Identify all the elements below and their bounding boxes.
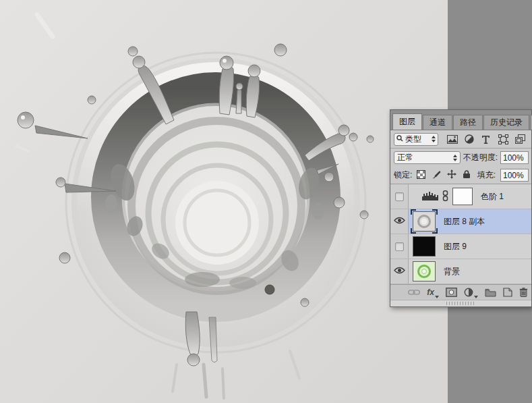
caret-down-icon xyxy=(474,296,478,298)
tab-layers[interactable]: 图层 xyxy=(392,113,422,130)
filter-kind-select[interactable]: 类型 xyxy=(394,133,438,146)
lock-transparency-icon[interactable] xyxy=(417,170,425,181)
tab-history[interactable]: 历史记录 xyxy=(483,115,529,130)
visibility-toggle[interactable] xyxy=(390,234,409,259)
selection-corner xyxy=(411,228,416,234)
fx-label: fx xyxy=(427,288,434,297)
opacity-label: 不透明度: xyxy=(463,152,498,163)
layer-filter-row: 类型 xyxy=(390,130,531,149)
panel-resize-grip[interactable] xyxy=(446,302,476,305)
layer-name: 色阶 1 xyxy=(481,191,504,203)
water-splash-photo xyxy=(0,0,448,403)
lock-all-icon[interactable] xyxy=(463,169,471,181)
new-adjustment-layer-icon[interactable] xyxy=(464,286,478,298)
visibility-off-box xyxy=(395,192,404,201)
blend-mode-select[interactable]: 正常 xyxy=(394,151,461,164)
layer-row-background[interactable]: 背景 xyxy=(390,259,531,284)
eye-icon xyxy=(394,217,405,226)
layers-panel: 图层 通道 路径 历史记录 动作 类型 xyxy=(390,109,532,307)
link-layers-icon[interactable] xyxy=(408,286,420,298)
blend-mode-row: 正常 不透明度: 100% xyxy=(390,149,531,167)
shape-filter-icon[interactable] xyxy=(498,134,509,145)
updown-arrows-icon xyxy=(453,155,457,161)
add-layer-mask-icon[interactable] xyxy=(446,286,457,298)
eye-icon xyxy=(394,267,405,276)
tab-channels[interactable]: 通道 xyxy=(423,115,452,130)
layer-thumbnail[interactable] xyxy=(413,261,436,281)
fill-value: 100% xyxy=(503,171,524,180)
layer-name: 图层 9 xyxy=(444,241,467,252)
tab-paths[interactable]: 路径 xyxy=(453,115,483,130)
selection-corner xyxy=(432,209,438,215)
layer-thumbnail-selected[interactable] xyxy=(413,211,436,232)
smart-object-filter-icon[interactable] xyxy=(514,134,526,145)
visibility-toggle[interactable] xyxy=(390,259,409,284)
lock-position-icon[interactable] xyxy=(447,169,456,181)
layer-mask-thumbnail[interactable] xyxy=(452,188,473,205)
layer-name: 背景 xyxy=(444,266,460,277)
blend-mode-value: 正常 xyxy=(397,152,453,163)
selection-corner xyxy=(432,228,438,234)
document-canvas[interactable] xyxy=(0,0,448,403)
opacity-input[interactable]: 100% xyxy=(500,151,529,164)
levels-histogram-icon xyxy=(422,190,438,203)
pixel-layer-filter-icon[interactable] xyxy=(446,134,458,145)
selection-corner xyxy=(411,209,416,215)
layer-name: 图层 8 副本 xyxy=(444,216,485,227)
filter-kind-label: 类型 xyxy=(405,134,430,145)
panel-bottom-toolbar: fx xyxy=(390,284,531,300)
fill-input[interactable]: 100% xyxy=(500,169,529,182)
lock-row: 锁定: 填充: 100% xyxy=(390,167,531,184)
opacity-value: 100% xyxy=(503,153,524,163)
type-filter-icon[interactable] xyxy=(480,134,492,145)
layers-list: 色阶 1 图层 8 xyxy=(390,184,531,284)
layer-row-layer-9[interactable]: 图层 9 xyxy=(390,234,531,259)
updown-arrows-icon xyxy=(432,136,436,142)
visibility-toggle[interactable] xyxy=(390,184,409,209)
delete-layer-icon[interactable] xyxy=(519,286,528,298)
filter-type-buttons xyxy=(438,134,529,145)
panel-resize-strip xyxy=(390,300,531,306)
photoshop-workspace: { "canvas": { "description": "grayscale … xyxy=(0,0,532,403)
lock-pixels-icon[interactable] xyxy=(432,170,441,181)
adjustment-filter-icon[interactable] xyxy=(463,134,475,145)
fill-label: 填充: xyxy=(477,169,496,181)
search-icon xyxy=(396,134,403,144)
caret-down-icon xyxy=(435,296,439,298)
layer-row-layer-8-copy[interactable]: 图层 8 副本 xyxy=(390,209,531,234)
layer-thumbnail[interactable] xyxy=(413,236,436,257)
layer-row-levels-1[interactable]: 色阶 1 xyxy=(390,184,531,209)
panel-tabbar: 图层 通道 路径 历史记录 动作 xyxy=(390,110,531,130)
new-layer-icon[interactable] xyxy=(503,286,512,298)
mask-link-icon[interactable] xyxy=(442,190,448,203)
lock-buttons xyxy=(417,169,471,181)
lock-label: 锁定: xyxy=(394,169,412,181)
visibility-off-box xyxy=(395,242,404,251)
new-group-icon[interactable] xyxy=(485,286,496,298)
visibility-toggle[interactable] xyxy=(390,209,409,234)
layer-style-fx-icon[interactable]: fx xyxy=(427,286,439,298)
